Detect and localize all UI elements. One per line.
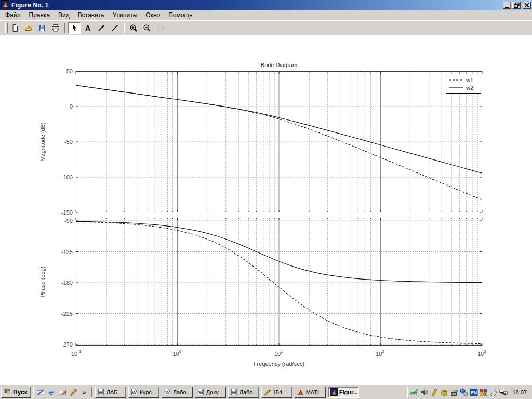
rotate-3d-button[interactable] [154,22,167,34]
start-label: Пуск [13,389,28,396]
svg-text:LITE: LITE [482,393,487,395]
restore-button[interactable] [512,2,521,9]
select-arrow-button[interactable] [68,22,81,34]
toolbar-grip[interactable] [2,23,4,33]
title-bar[interactable]: Figure No. 1 [0,0,532,10]
taskbar-clock: 18:07 [512,389,527,395]
task-button-4[interactable]: WЛабо... [228,387,259,398]
phase-axis-label: Phase (deg) [39,267,46,298]
tray-xear-3d[interactable]: Xear3D [450,388,458,396]
menu-item-5[interactable]: Окно [141,10,164,20]
add-line-button[interactable] [109,22,121,34]
taskbar: Пуск e» WЛАБ...WКурс...WЛабо...WДоку...W… [0,384,532,399]
figure-client-area: 500-50-100-150Magnitude (dB)-90-135-180-… [0,35,532,384]
printer-icon [51,24,60,32]
pen-icon [263,388,271,396]
y-tick-label: -270 [61,341,73,348]
svg-text:e: e [49,388,54,396]
cursor-arrow-icon [70,24,78,32]
svg-text:W: W [99,390,103,395]
tray-language-indicator[interactable]: EN [470,388,478,396]
word-icon: W [197,388,205,396]
figure-window: Figure No. 1 ФайлПравкаВидВставитьУтилит… [0,0,532,384]
svg-text:W: W [232,390,236,395]
legend-box [446,75,481,94]
task-button-1[interactable]: WКурс... [128,387,159,398]
menu-item-1[interactable]: Правка [25,10,55,20]
network-connection-icon [499,388,508,396]
svg-text:»: » [83,389,86,395]
tray-wheel-mouse[interactable] [460,388,468,396]
start-button[interactable]: Пуск [1,387,31,398]
toolbar-separator [64,23,65,33]
task-button-label: Лабо... [173,389,191,395]
matlab-figure-icon [1,0,9,10]
svg-text:A: A [85,24,90,32]
matlab-icon [297,388,304,396]
task-button-2[interactable]: WЛабо... [162,387,193,398]
quick-launch-pen-app[interactable] [68,387,79,398]
bode-magnitude-plot: 500-50-100-150Magnitude (dB) [39,68,482,216]
x-tick-label: 10-1 [71,349,82,357]
open-file-button[interactable] [22,22,35,34]
quick-launch-show-desktop[interactable] [57,387,68,398]
figure-canvas[interactable]: 500-50-100-150Magnitude (dB)-90-135-180-… [0,35,532,384]
new-figure-button[interactable] [9,22,21,34]
task-button-label: Figur... [339,389,358,395]
minimize-button[interactable] [503,2,511,9]
menu-item-0[interactable]: Файл [1,10,25,20]
zoom-in-button[interactable] [127,22,140,34]
quick-launch-internet-explorer[interactable]: e [46,387,57,398]
print-figure-button[interactable] [49,22,62,34]
y-tick-label: -150 [61,209,73,216]
internet-explorer-icon: e [47,388,56,396]
legend-label: w2 [466,85,473,91]
close-button[interactable] [523,2,531,9]
volume-icon [420,388,429,396]
word-icon: W [164,388,171,396]
more-toolbars-icon: » [80,388,88,396]
svg-text:W: W [165,390,170,395]
task-button-label: MATL... [306,389,326,395]
quick-launch-outlook-express[interactable] [35,387,46,398]
menu-item-6[interactable]: Помощь [164,10,196,20]
tray-pen-utility[interactable] [430,388,438,396]
figure-icon [330,388,338,396]
tray-network-connection[interactable] [499,388,508,396]
rotate-icon [156,24,165,32]
task-button-3[interactable]: WДоку... [195,387,226,398]
menu-item-2[interactable]: Вид [54,10,74,20]
figure-icon [1,0,9,8]
menu-bar: ФайлПравкаВидВставитьУтилитыОкноПомощь [0,10,532,20]
y-tick-label: -90 [64,218,73,224]
tray-codec-lite[interactable]: LITE [480,388,488,396]
taskbar-separator [33,387,34,397]
legend-label: w1 [466,77,473,83]
toolbar: A [0,20,532,35]
save-figure-button[interactable] [36,22,48,34]
toolbar-grip[interactable] [5,23,8,33]
word-icon: W [230,388,238,396]
language-indicator-icon: EN [470,388,478,396]
menu-item-3[interactable]: Вставить [74,10,109,20]
task-button-6[interactable]: MATL... [295,387,326,398]
quick-launch-more-toolbars[interactable]: » [79,387,90,398]
tray-mouse-utility[interactable] [440,388,448,396]
add-arrow-button[interactable] [95,22,108,34]
tray-safely-remove-hardware[interactable] [410,388,419,396]
window-title: Figure No. 1 [11,2,502,9]
diag-line-icon [111,24,119,32]
menu-item-4[interactable]: Утилиты [109,10,142,20]
plot-title: Bode Diagram [261,62,297,68]
windows-flag-icon [3,387,11,397]
zoom-out-button[interactable] [141,22,153,34]
minimize-icon [504,2,510,8]
tray-display-settings[interactable] [489,388,498,396]
task-button-0[interactable]: WЛАБ... [95,387,126,398]
tray-volume[interactable] [420,388,429,396]
task-button-7[interactable]: Figur... [328,387,359,398]
letter-a-icon: A [84,24,92,32]
task-button-5[interactable]: 154. ... [261,387,292,398]
svg-text:W: W [132,390,137,395]
add-text-button[interactable]: A [82,22,94,34]
